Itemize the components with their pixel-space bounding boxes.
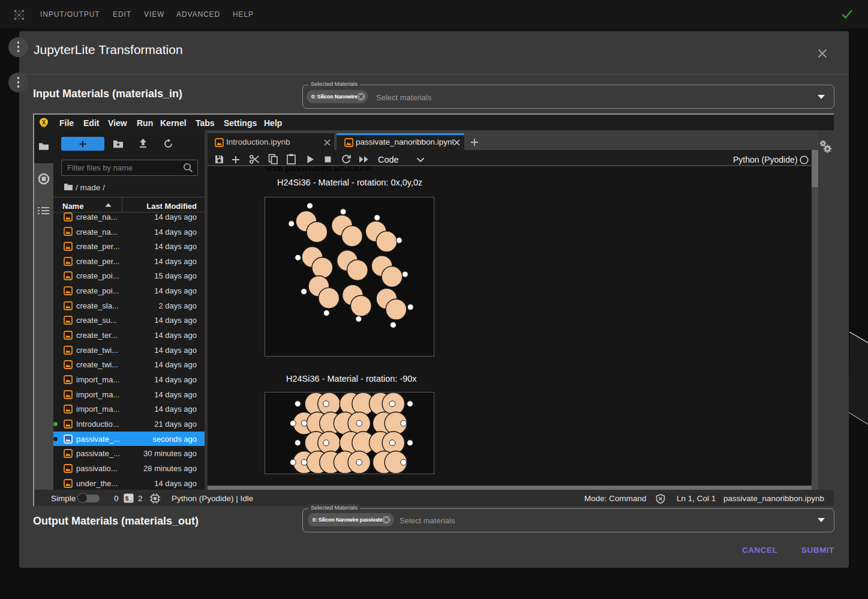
svg-text:$_: $_ — [125, 496, 133, 502]
